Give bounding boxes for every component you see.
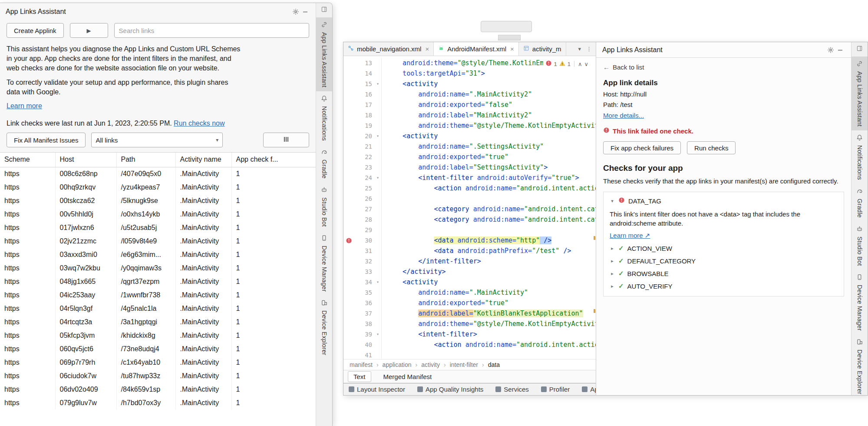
code-line[interactable]: 39▾ <intent-filter>: [343, 329, 596, 339]
code-line[interactable]: 24▾ <intent-filter android:autoVerify="t…: [343, 173, 596, 183]
chevron-right-icon[interactable]: ▸: [610, 246, 615, 251]
editor-tab-androidmanifest-xml[interactable]: AndroidManifest.xml×: [434, 42, 519, 56]
tool-window-button-app-links-assistant[interactable]: App Links Assistant: [851, 57, 868, 130]
bottom-tool-tab-services[interactable]: Services: [495, 386, 529, 393]
code-line[interactable]: 31 <data android:pathPrefix="/test" />: [343, 246, 596, 256]
check-item-auto_verify[interactable]: ▸✓AUTO_VERIFY: [610, 282, 838, 290]
fold-icon[interactable]: ▾: [374, 173, 381, 183]
table-column-header[interactable]: Host: [55, 153, 116, 167]
chevron-right-icon[interactable]: ▸: [610, 258, 615, 264]
tool-window-button-studio-bot[interactable]: Studio Bot: [851, 222, 868, 270]
error-stripe-mark[interactable]: [594, 309, 595, 313]
fold-icon[interactable]: ▾: [374, 79, 381, 89]
close-tab-icon[interactable]: ×: [425, 45, 429, 53]
check-item-action_view[interactable]: ▸✓ACTION_VIEW: [610, 244, 838, 252]
table-row[interactable]: https00tskcza62/5lknugk9se.MainActivity1: [0, 194, 316, 207]
gear-icon[interactable]: [826, 45, 835, 55]
code-line[interactable]: 34▾ <activity: [343, 277, 596, 287]
fix-all-manifest-issues-button[interactable]: Fix All Manifest Issues: [7, 133, 86, 147]
code-line[interactable]: 17 android:exported="false": [343, 100, 596, 110]
run-checks-now-link[interactable]: Run checks now: [174, 120, 224, 127]
code-line[interactable]: 14 tools:targetApi="31">: [343, 68, 596, 79]
learn-more-link[interactable]: Learn more: [7, 102, 42, 110]
fix-app-check-failures-button[interactable]: Fix app check failures: [603, 141, 681, 154]
table-row[interactable]: https02jv21zzmc/l059v8t4e9.MainActivity1: [0, 234, 316, 248]
fold-icon[interactable]: ▾: [374, 277, 381, 287]
table-row[interactable]: https048jg1x665/qgrt37ezpm.MainActivity1: [0, 275, 316, 288]
tool-window-layout-icon[interactable]: [321, 6, 327, 14]
code-line[interactable]: 29: [343, 225, 596, 235]
code-line[interactable]: 20▾ <activity: [343, 131, 596, 141]
minimize-icon[interactable]: [300, 7, 310, 17]
error-icon[interactable]: [343, 237, 354, 244]
breadcrumb-item-application[interactable]: application: [383, 361, 412, 368]
table-row[interactable]: https03wq7w2kbu/y0qqimaw3s.MainActivity1: [0, 261, 316, 275]
fold-icon[interactable]: ▾: [374, 329, 381, 339]
code-line[interactable]: 16 android:name=".MainActivity2": [343, 89, 596, 100]
code-line[interactable]: 19 android:theme="@style/Theme.KotlinEmp…: [343, 120, 596, 131]
table-row[interactable]: https069p7r79rh/c1x64yab10.MainActivity1: [0, 356, 316, 369]
gear-icon[interactable]: [291, 7, 300, 17]
table-row[interactable]: https079g9luv7w/h7bd07ox3y.MainActivity1: [0, 396, 316, 409]
table-column-header[interactable]: Scheme: [0, 153, 55, 167]
table-row[interactable]: https00hq9zrkqv/yzu4kpeas7.MainActivity1: [0, 180, 316, 194]
table-row[interactable]: https017jwlxzn6/u5t2usab5j.MainActivity1: [0, 221, 316, 234]
table-column-header[interactable]: Activity name: [175, 153, 231, 167]
code-line[interactable]: 18 android:label="MainActivity2": [343, 110, 596, 120]
editor-tab-activity-m[interactable]: activity_m: [519, 42, 566, 56]
create-applink-button[interactable]: Create Applink: [7, 23, 64, 38]
tool-window-button-notifications[interactable]: Notifications: [851, 130, 868, 184]
table-row[interactable]: https04r5lqn3gf/4g5nalc1la.MainActivity1: [0, 302, 316, 315]
tool-window-button-device-explorer[interactable]: Device Explorer: [316, 296, 332, 359]
tab-options-kebab-icon[interactable]: ⋮: [586, 46, 592, 52]
chevron-right-icon[interactable]: ▸: [610, 283, 615, 289]
code-line[interactable]: 15▾ <activity: [343, 79, 596, 89]
table-row[interactable]: https06ciudok7w/tu87hwp33z.MainActivity1: [0, 369, 316, 383]
table-row[interactable]: https06dv02o409/84k659v1sp.MainActivity1: [0, 383, 316, 396]
bottom-tool-tab-app-quality-insights[interactable]: App Quality Insights: [417, 386, 483, 393]
table-row[interactable]: https060qv5jct6/73ne8udqj4.MainActivity1: [0, 342, 316, 356]
code-line[interactable]: 38 android:theme="@style/Theme.KotlinEmp…: [343, 319, 596, 329]
tool-window-button-device-manager[interactable]: Device Manager: [316, 231, 332, 296]
bottom-tool-tab-profiler[interactable]: Profiler: [541, 386, 570, 393]
table-row[interactable]: https05kfcp3jvm/khidckix8g.MainActivity1: [0, 329, 316, 342]
table-row[interactable]: https04rtcqtz3a/3a1hgptqgi.MainActivity1: [0, 315, 316, 329]
search-links-input[interactable]: [114, 23, 309, 38]
code-line[interactable]: 41: [343, 350, 596, 359]
bottom-tool-tab-app-inspection[interactable]: App Inspection: [582, 386, 596, 393]
tool-window-button-gradle[interactable]: Gradle: [851, 184, 868, 222]
table-row[interactable]: https008c6z68np/407e09q5x0.MainActivity1: [0, 167, 316, 180]
breadcrumb-item-intent-filter[interactable]: intent-filter: [450, 361, 478, 368]
check-learn-more-link[interactable]: Learn more ↗: [610, 232, 650, 240]
table-columns-button[interactable]: [263, 133, 309, 147]
table-row[interactable]: https00v5hhld0j/o0xhs14ykb.MainActivity1: [0, 207, 316, 221]
code-line[interactable]: 25 <action android:name="android.intent.…: [343, 183, 596, 193]
breadcrumb-item-data[interactable]: data: [488, 361, 500, 368]
links-filter-dropdown[interactable]: All links ▾: [91, 133, 223, 147]
tool-window-button-device-explorer[interactable]: Device Explorer: [851, 335, 868, 396]
table-row[interactable]: https03axxd3mi0/e6g63mim....MainActivity…: [0, 248, 316, 261]
hidden-tabs-dropdown-icon[interactable]: ▾: [578, 46, 581, 52]
editor-tab-mobile-navigation-xml[interactable]: mobile_navigation.xml×: [343, 42, 434, 56]
prev-issue-icon[interactable]: ∧: [578, 61, 582, 67]
table-column-header[interactable]: Path: [116, 153, 175, 167]
fold-icon[interactable]: ▾: [374, 131, 381, 141]
code-line[interactable]: 22 android:exported="true": [343, 152, 596, 162]
close-tab-icon[interactable]: ×: [510, 45, 514, 53]
code-line[interactable]: 27 <category android:name="android.inten…: [343, 204, 596, 214]
table-row[interactable]: https04ic253aay/1wwnfbr738.MainActivity1: [0, 288, 316, 302]
tool-window-button-device-manager[interactable]: Device Manager: [851, 270, 868, 335]
tool-window-layout-icon[interactable]: [857, 45, 862, 53]
chevron-right-icon[interactable]: ▸: [610, 271, 615, 276]
next-issue-icon[interactable]: ∨: [584, 61, 588, 67]
check-item-default_category[interactable]: ▸✓DEFAULT_CATEGORY: [610, 257, 838, 265]
inspection-widget[interactable]: 1 1 ∧ ∨: [543, 60, 591, 68]
code-line[interactable]: 26: [343, 193, 596, 204]
code-editor[interactable]: 13 android:theme="@style/Theme.KotlinEmp…: [343, 56, 596, 359]
code-line[interactable]: 32 </intent-filter>: [343, 256, 596, 266]
view-tab-text[interactable]: Text: [348, 371, 371, 382]
code-line[interactable]: 28 <category android:name="android.inten…: [343, 214, 596, 225]
code-line[interactable]: 21 android:name=".SettingsActivity": [343, 141, 596, 152]
back-to-list-link[interactable]: ← Back to list: [603, 63, 644, 71]
check-item-data-tag[interactable]: ▾ DATA_TAG: [610, 197, 838, 205]
